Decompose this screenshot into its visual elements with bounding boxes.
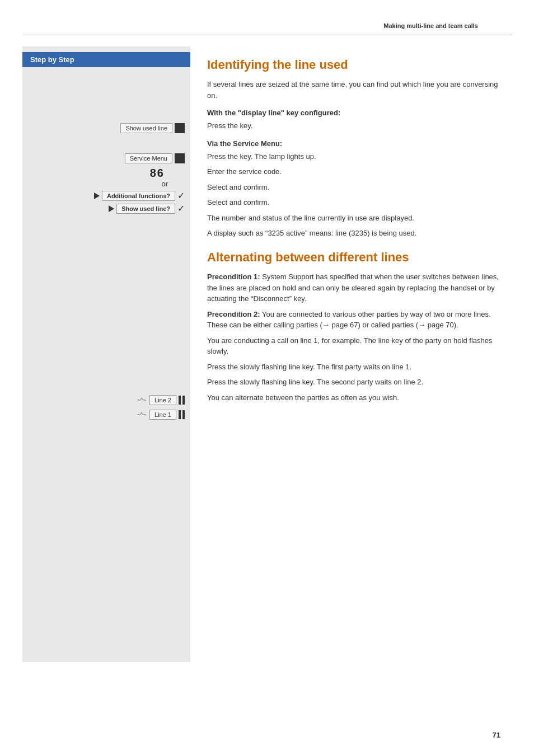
arrow-icon-1 bbox=[94, 192, 100, 199]
page-number: 71 bbox=[493, 731, 500, 739]
line1-row: ~^~ Line 1 bbox=[28, 410, 185, 420]
line2-button[interactable]: Line 2 bbox=[149, 395, 176, 405]
show-used-line-q-row: Show used line? ✓ bbox=[28, 203, 185, 214]
step2-text: Press the key. The lamp lights up. bbox=[207, 151, 500, 162]
flash-symbol-1: ~^~ bbox=[137, 412, 146, 418]
flash-symbol-2: ~^~ bbox=[137, 397, 146, 403]
header-text: Making multi-line and team calls bbox=[383, 22, 478, 29]
final-text: You can alternate between the parties as… bbox=[207, 392, 500, 403]
or-label: or bbox=[28, 180, 185, 188]
step4-text: Select and confirm. bbox=[207, 182, 500, 193]
section1-intro: If several lines are seized at the same … bbox=[207, 79, 500, 101]
scenario-text: You are conducting a call on line 1, for… bbox=[207, 335, 500, 357]
subsection2-title: Via the Service Menu: bbox=[207, 139, 500, 148]
line1-indicator bbox=[179, 410, 185, 419]
service-menu-indicator bbox=[175, 153, 185, 163]
result2-text: A display such as “3235 active” means: l… bbox=[207, 228, 500, 239]
step3-text: Enter the service code. bbox=[207, 166, 500, 177]
precondition2-label: Precondition 2: bbox=[207, 310, 260, 318]
step-line2-text: Press the slowly flashing line key. The … bbox=[207, 361, 500, 373]
step-by-step-header: Step by Step bbox=[22, 52, 190, 67]
show-used-line-button[interactable]: Show used line bbox=[120, 123, 172, 133]
step5-text: Select and confirm. bbox=[207, 197, 500, 208]
precondition1-label: Precondition 1: bbox=[207, 273, 260, 281]
page-header: Making multi-line and team calls bbox=[22, 0, 512, 35]
left-panel: Step by Step Show used line Service Menu… bbox=[22, 46, 190, 662]
show-used-line-q-button[interactable]: Show used line? bbox=[116, 204, 175, 214]
arrow-icon-2 bbox=[109, 205, 114, 212]
precondition2: Precondition 2: You are connected to var… bbox=[207, 309, 500, 331]
button-indicator bbox=[175, 123, 185, 133]
subsection1-title: With the "display line" key configured: bbox=[207, 109, 500, 117]
line2-row: ~^~ Line 2 bbox=[28, 395, 185, 405]
service-menu-button[interactable]: Service Menu bbox=[125, 153, 172, 163]
service-menu-row: Service Menu bbox=[28, 153, 185, 163]
section2-title: Alternating between different lines bbox=[207, 250, 500, 265]
checkmark-1: ✓ bbox=[177, 190, 185, 201]
result1-text: The number and status of the line curren… bbox=[207, 213, 500, 224]
step1-text: Press the key. bbox=[207, 120, 500, 132]
show-used-line-row: Show used line bbox=[28, 123, 185, 133]
checkmark-2: ✓ bbox=[177, 203, 185, 214]
step-line1-text: Press the slowly flashing line key. The … bbox=[207, 377, 500, 388]
additional-functions-row: Additional functions? ✓ bbox=[28, 190, 185, 201]
precondition1: Precondition 1: System Support has speci… bbox=[207, 271, 500, 304]
service-code: 86 bbox=[28, 167, 185, 180]
right-panel: Identifying the line used If several lin… bbox=[190, 46, 512, 662]
line1-button[interactable]: Line 1 bbox=[149, 410, 176, 420]
line2-indicator bbox=[179, 396, 185, 405]
additional-functions-button[interactable]: Additional functions? bbox=[102, 191, 175, 201]
section1-title: Identifying the line used bbox=[207, 58, 500, 72]
